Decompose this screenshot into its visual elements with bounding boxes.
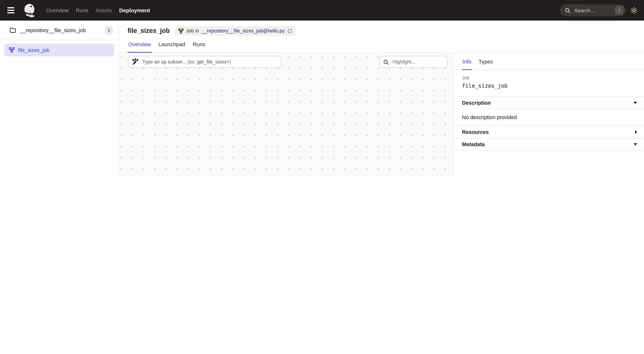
nav-links: Overview Runs Assets Deployment	[46, 7, 150, 13]
code-location-link[interactable]: __repository__file_sizes_job@hello.py	[202, 28, 284, 34]
section-metadata[interactable]: Metadata	[453, 138, 644, 150]
tab-info[interactable]: Info	[462, 59, 472, 70]
job-summary: Job file_sizes_job	[453, 70, 644, 97]
app-window: Overview Runs Assets Deployment / __repo…	[0, 0, 644, 177]
chevron-down-icon	[634, 102, 637, 104]
top-nav: Overview Runs Assets Deployment /	[0, 0, 644, 21]
job-icon	[178, 28, 184, 33]
search-shortcut-key: /	[615, 6, 624, 15]
chevron-down-icon	[634, 143, 637, 145]
nav-link-runs[interactable]: Runs	[76, 7, 88, 13]
highlight-filter[interactable]	[379, 56, 448, 68]
job-location-chip: Job in __repository__file_sizes_job@hell…	[175, 26, 296, 36]
sidebar-item-label: file_sizes_job	[18, 47, 49, 53]
op-subset-input[interactable]	[142, 59, 278, 65]
sidebar: __repository__file_sizes_job 1 file_size…	[0, 21, 119, 177]
job-icon	[9, 47, 14, 53]
search-icon	[383, 59, 389, 65]
gear-icon[interactable]	[630, 7, 638, 14]
tab-launchpad[interactable]: Launchpad	[158, 41, 186, 53]
info-panel-tabs: Info Types	[453, 53, 644, 70]
info-panel: Info Types Job file_sizes_job Descriptio…	[453, 53, 644, 177]
job-count-badge: 1	[104, 26, 113, 35]
chip-prefix: Job in	[186, 28, 199, 34]
page-title: file_sizes_job	[128, 27, 170, 35]
dagster-logo-icon[interactable]	[22, 2, 38, 19]
job-name: file_sizes_job	[462, 83, 635, 89]
highlight-input[interactable]	[392, 59, 444, 65]
global-search[interactable]: /	[560, 4, 626, 16]
section-description[interactable]: Description	[453, 97, 644, 109]
main-area: file_sizes_job Job in __repository__file…	[119, 21, 644, 177]
menu-icon[interactable]	[7, 6, 16, 15]
search-icon	[565, 8, 570, 13]
sidebar-item-file-sizes-job[interactable]: file_sizes_job	[4, 44, 114, 56]
sidebar-repository-header[interactable]: __repository__file_sizes_job 1	[0, 21, 118, 40]
tab-runs[interactable]: Runs	[192, 41, 206, 53]
search-input[interactable]	[574, 7, 612, 14]
tab-types[interactable]: Types	[478, 59, 493, 70]
reload-location-icon[interactable]	[287, 28, 292, 33]
job-label: Job	[462, 75, 635, 80]
tab-overview[interactable]: Overview	[128, 41, 152, 53]
job-tabs: Overview Launchpad Runs	[128, 41, 644, 52]
nav-link-assets[interactable]: Assets	[96, 7, 112, 13]
nav-link-overview[interactable]: Overview	[46, 7, 69, 13]
chevron-right-icon	[635, 130, 637, 134]
op-subset-filter[interactable]	[128, 56, 282, 68]
nav-link-deployment[interactable]: Deployment	[119, 7, 150, 13]
op-selector-icon	[132, 59, 139, 65]
folder-icon	[10, 28, 16, 33]
repository-name: __repository__file_sizes_job	[20, 27, 100, 33]
main-header: file_sizes_job Job in __repository__file…	[119, 21, 644, 53]
description-body: No description provided	[453, 109, 644, 126]
section-resources[interactable]: Resources	[453, 126, 644, 138]
op-graph-canvas[interactable]: get_file_sizes Any	[119, 53, 453, 177]
